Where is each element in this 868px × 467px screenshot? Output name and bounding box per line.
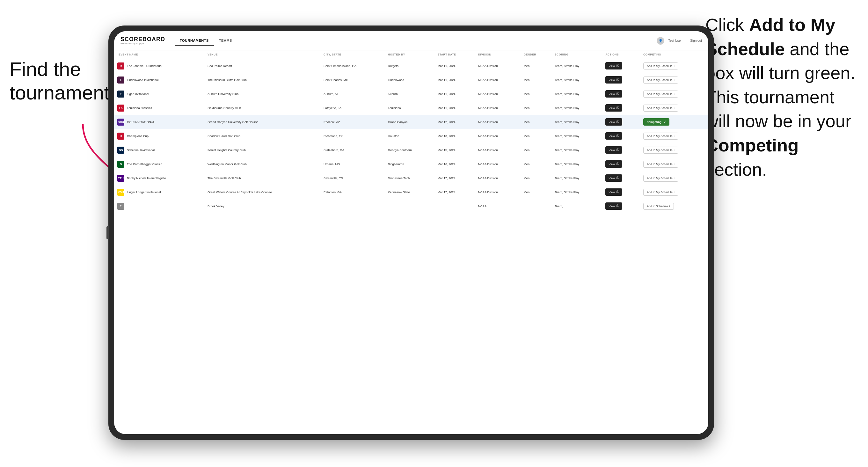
city-state-cell: Richmond, TX <box>320 129 385 143</box>
user-avatar: 👤 <box>657 37 664 44</box>
venue-cell: Shadow Hawk Golf Club <box>204 129 320 143</box>
view-info-icon: ⓘ <box>616 148 619 152</box>
add-schedule-label: Add to My Schedule + <box>647 134 675 138</box>
city-state-cell: Saint Simons Island, GA <box>320 59 385 73</box>
app-logo: SCOREBOARD <box>121 36 165 42</box>
event-name-cell: LA Louisiana Classics <box>114 101 204 115</box>
table-row: ? Brook ValleyNCAATeam, View ⓘ Add to Sc… <box>114 199 708 213</box>
city-state-cell: Statesboro, GA <box>320 143 385 157</box>
add-to-schedule-button[interactable]: Add to My Schedule + <box>643 91 678 97</box>
venue-cell: Sea Palms Resort <box>204 59 320 73</box>
app-header: SCOREBOARD Powered by clippd TOURNAMENTS… <box>114 31 708 50</box>
add-to-schedule-button[interactable]: Add to My Schedule + <box>643 189 678 196</box>
team-logo: L <box>117 76 124 84</box>
tab-teams[interactable]: TEAMS <box>214 36 237 45</box>
scoring-cell: Team, Stroke Play <box>552 171 602 185</box>
division-cell: NCAA Division I <box>475 101 521 115</box>
table-row: TTU Bobby Nichols Intercollegiate The Se… <box>114 171 708 185</box>
actions-cell: View ⓘ <box>602 185 640 199</box>
view-button[interactable]: View ⓘ <box>605 76 622 84</box>
add-to-schedule-button[interactable]: Add to My Schedule + <box>643 104 678 112</box>
add-to-schedule-button[interactable]: Add to My Schedule + <box>643 147 678 154</box>
table-row: GCU GCU INVITATIONAL Grand Canyon Univer… <box>114 115 708 129</box>
division-cell: NCAA Division I <box>475 115 521 129</box>
divider: | <box>686 39 687 42</box>
competing-cell: Add to My Schedule + <box>640 171 708 185</box>
gender-cell: Men <box>521 87 552 101</box>
gender-cell: Men <box>521 73 552 87</box>
table-row: L Lindenwood Invitational The Missouri B… <box>114 73 708 87</box>
competing-cell: Add to My Schedule + <box>640 143 708 157</box>
competing-cell: Add to My Schedule + <box>640 73 708 87</box>
col-division: DIVISION <box>475 50 521 59</box>
start-date-cell: Mar 12, 2024 <box>434 115 475 129</box>
col-competing: COMPETING <box>640 50 708 59</box>
scoring-cell: Team, Stroke Play <box>552 59 602 73</box>
gender-cell: Men <box>521 171 552 185</box>
view-button[interactable]: View ⓘ <box>605 62 622 69</box>
team-logo: TTU <box>117 175 124 182</box>
city-state-cell: Lafayette, LA <box>320 101 385 115</box>
table-row: KSU Linger Longer Invitational Great Wat… <box>114 185 708 199</box>
scoring-cell: Team, Stroke Play <box>552 73 602 87</box>
team-logo: GCU <box>117 119 124 126</box>
start-date-cell: Mar 11, 2024 <box>434 87 475 101</box>
city-state-cell: Saint Charles, MO <box>320 73 385 87</box>
annotation-left: Find thetournament. <box>9 57 118 105</box>
logo-area: SCOREBOARD Powered by clippd <box>121 36 165 45</box>
sign-out-link[interactable]: Sign out <box>690 39 702 42</box>
venue-cell: Great Waters Course At Reynolds Lake Oco… <box>204 185 320 199</box>
competing-button[interactable]: Competing ✓ <box>643 118 670 126</box>
view-info-icon: ⓘ <box>616 176 619 180</box>
add-to-schedule-button[interactable]: Add to My Schedule + <box>643 62 678 69</box>
add-to-schedule-button[interactable]: Add to My Schedule + <box>643 76 678 84</box>
table-row: GS Schenkel Invitational Forest Heights … <box>114 143 708 157</box>
view-button[interactable]: View ⓘ <box>605 118 622 126</box>
venue-cell: Grand Canyon University Golf Course <box>204 115 320 129</box>
view-button[interactable]: View ⓘ <box>605 175 622 182</box>
view-info-icon: ⓘ <box>616 64 619 68</box>
view-button[interactable]: View ⓘ <box>605 146 622 154</box>
team-logo: GS <box>117 147 124 154</box>
venue-cell: The Sevierville Golf Club <box>204 171 320 185</box>
division-cell: NCAA Division I <box>475 143 521 157</box>
view-button[interactable]: View ⓘ <box>605 90 622 97</box>
event-name: Bobby Nichols Intercollegiate <box>127 176 166 180</box>
hosted-by-cell: Binghamton <box>385 157 434 171</box>
table-container: EVENT NAME VENUE CITY, STATE HOSTED BY S… <box>114 50 708 434</box>
event-name-cell: B The Carpetbagger Classic <box>114 157 204 171</box>
add-to-schedule-button[interactable]: Add to My Schedule + <box>643 175 678 182</box>
gender-cell: Men <box>521 129 552 143</box>
view-button[interactable]: View ⓘ <box>605 104 622 112</box>
view-button[interactable]: View ⓘ <box>605 132 622 139</box>
event-name: GCU INVITATIONAL <box>127 120 155 124</box>
add-to-schedule-button[interactable]: Add to My Schedule + <box>643 161 678 168</box>
event-name: Linger Longer Invitational <box>127 190 161 194</box>
event-name-cell: KSU Linger Longer Invitational <box>114 185 204 199</box>
table-row: B The Carpetbagger Classic Worthington M… <box>114 157 708 171</box>
view-button[interactable]: View ⓘ <box>605 188 622 196</box>
user-name: Test User <box>668 39 682 42</box>
actions-cell: View ⓘ <box>602 143 640 157</box>
view-button[interactable]: View ⓘ <box>605 160 622 168</box>
add-to-schedule-button[interactable]: Add to Schedule + <box>643 203 674 210</box>
view-button[interactable]: View ⓘ <box>605 203 622 210</box>
team-logo: H <box>117 133 124 139</box>
gender-cell: Men <box>521 59 552 73</box>
division-cell: NCAA Division I <box>475 129 521 143</box>
division-cell: NCAA <box>475 199 521 213</box>
hosted-by-cell: Louisiana <box>385 101 434 115</box>
annotation-right: Click Add to MySchedule and the box will… <box>706 13 859 181</box>
event-name-cell: GCU GCU INVITATIONAL <box>114 115 204 129</box>
add-to-schedule-button[interactable]: Add to My Schedule + <box>643 133 678 139</box>
tab-tournaments[interactable]: TOURNAMENTS <box>175 36 214 45</box>
competing-cell: Add to My Schedule + <box>640 157 708 171</box>
scoring-cell: Team, Stroke Play <box>552 185 602 199</box>
competing-cell: Add to Schedule + <box>640 199 708 213</box>
scoring-cell: Team, Stroke Play <box>552 129 602 143</box>
col-event-name: EVENT NAME <box>114 50 204 59</box>
start-date-cell: Mar 15, 2024 <box>434 143 475 157</box>
city-state-cell: Sevierville, TN <box>320 171 385 185</box>
scoring-cell: Team, Stroke Play <box>552 157 602 171</box>
event-name: Lindenwood Invitational <box>127 78 158 82</box>
